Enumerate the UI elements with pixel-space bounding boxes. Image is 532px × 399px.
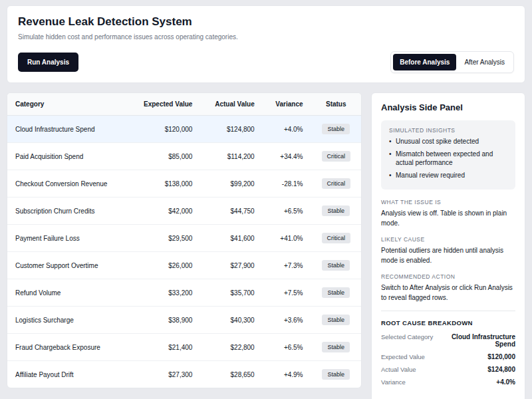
kv-label: Actual Value: [381, 366, 416, 373]
cell-variance: +7.5%: [263, 279, 311, 307]
column-header-expected: Expected Value: [128, 93, 201, 116]
table-row[interactable]: Logistics Surcharge $38,900 $40,300 +3.6…: [7, 307, 361, 334]
table-row[interactable]: Customer Support Overtime $26,000 $27,90…: [7, 252, 361, 279]
table-body: Cloud Infrastructure Spend $120,000 $124…: [7, 116, 361, 388]
analysis-toggle-group: Before Analysis After Analysis: [390, 51, 514, 73]
cell-expected: $42,000: [128, 198, 201, 225]
cell-category: Paid Acquisition Spend: [7, 143, 128, 170]
kv-label: Variance: [381, 378, 406, 386]
section-recommended-action: RECOMMENDED ACTION Switch to After Analy…: [381, 273, 515, 303]
cell-expected: $27,300: [128, 361, 201, 388]
insight-item: Unusual cost spike detected: [389, 137, 507, 146]
insight-item: Mismatch between expected and actual per…: [389, 150, 507, 168]
cell-category: Cloud Infrastructure Spend: [7, 116, 128, 143]
simulated-insights-box: SIMULATED INSIGHTS Unusual cost spike de…: [381, 120, 515, 190]
cell-expected: $85,000: [128, 143, 201, 170]
cell-actual: $35,700: [200, 279, 262, 307]
column-header-actual: Actual Value: [200, 93, 262, 116]
cell-category: Customer Support Overtime: [7, 252, 128, 279]
cell-category: Checkout Conversion Revenue: [7, 170, 128, 198]
table-card: Category Expected Value Actual Value Var…: [7, 92, 362, 388]
section-label: RECOMMENDED ACTION: [381, 273, 515, 280]
side-panel-title: Analysis Side Panel: [381, 102, 515, 112]
root-cause-row-actual-value: Actual Value $124,800: [381, 366, 515, 373]
section-text: Potential outliers are hidden until anal…: [381, 246, 515, 265]
column-header-category: Category: [7, 93, 128, 116]
cell-variance: +6.5%: [263, 334, 311, 361]
cell-expected: $33,200: [128, 279, 201, 307]
cell-expected: $38,900: [128, 307, 201, 334]
insights-label: SIMULATED INSIGHTS: [389, 127, 507, 134]
insights-list: Unusual cost spike detected Mismatch bet…: [389, 137, 507, 180]
section-what-the-issue-is: WHAT THE ISSUE IS Analysis view is off. …: [381, 199, 515, 228]
status-badge: Critical: [322, 233, 351, 243]
status-badge: Stable: [322, 287, 350, 298]
status-badge: Critical: [322, 151, 351, 162]
section-text: Switch to After Analysis or click Run An…: [381, 283, 515, 303]
cell-expected: $138,000: [128, 170, 201, 198]
table-row[interactable]: Subscription Churn Credits $42,000 $44,7…: [7, 198, 361, 225]
kv-value: +4.0%: [496, 378, 515, 386]
main-content: Category Expected Value Actual Value Var…: [7, 92, 525, 399]
cell-variance: +34.4%: [263, 143, 311, 170]
page-root: Revenue Leak Detection System Simulate h…: [0, 0, 532, 399]
table-row[interactable]: Refund Volume $33,200 $35,700 +7.5% Stab…: [7, 279, 361, 307]
header-actions: Run Analysis Before Analysis After Analy…: [18, 51, 514, 73]
cell-actual: $22,800: [200, 334, 262, 361]
kv-value: $120,000: [487, 353, 515, 360]
cell-variance: +4.9%: [263, 361, 311, 388]
toggle-after-analysis[interactable]: After Analysis: [458, 54, 511, 70]
status-badge: Stable: [322, 315, 350, 325]
table-row[interactable]: Affiliate Payout Drift $27,300 $28,650 +…: [7, 361, 361, 388]
table-row[interactable]: Cloud Infrastructure Spend $120,000 $124…: [7, 116, 361, 143]
kv-value: Cloud Infrastructure Spend: [438, 333, 515, 348]
cell-category: Logistics Surcharge: [7, 307, 128, 334]
kv-label: Expected Value: [381, 353, 425, 360]
section-likely-cause: LIKELY CAUSE Potential outliers are hidd…: [381, 236, 515, 265]
revenue-table: Category Expected Value Actual Value Var…: [7, 93, 361, 388]
cell-variance: +3.6%: [263, 307, 311, 334]
table-row[interactable]: Payment Failure Loss $29,500 $41,600 +41…: [7, 225, 361, 252]
cell-category: Fraud Chargeback Exposure: [7, 334, 128, 361]
kv-value: $124,800: [487, 366, 515, 373]
cell-expected: $29,500: [128, 225, 201, 252]
cell-actual: $41,600: [200, 225, 262, 252]
cell-category: Payment Failure Loss: [7, 225, 128, 252]
kv-label: Selected Category: [381, 333, 433, 340]
section-label: WHAT THE ISSUE IS: [381, 199, 515, 205]
page-title: Revenue Leak Detection System: [18, 15, 514, 29]
cell-variance: -28.1%: [263, 170, 311, 198]
table-row[interactable]: Fraud Chargeback Exposure $21,400 $22,80…: [7, 334, 361, 361]
table-row[interactable]: Paid Acquisition Spend $85,000 $114,200 …: [7, 143, 361, 170]
cell-actual: $114,200: [200, 143, 262, 170]
run-analysis-button[interactable]: Run Analysis: [18, 53, 78, 72]
cell-actual: $28,650: [200, 361, 262, 388]
status-badge: Stable: [322, 124, 350, 134]
cell-variance: +4.0%: [263, 116, 311, 143]
root-cause-title: ROOT CAUSE BREAKDOWN: [381, 319, 515, 327]
cell-category: Subscription Churn Credits: [7, 198, 128, 225]
root-cause-row-selected-category: Selected Category Cloud Infrastructure S…: [381, 333, 515, 348]
analysis-side-panel: Analysis Side Panel SIMULATED INSIGHTS U…: [371, 92, 525, 399]
cell-category: Refund Volume: [7, 279, 128, 307]
cell-expected: $21,400: [128, 334, 201, 361]
table-row[interactable]: Checkout Conversion Revenue $138,000 $99…: [7, 170, 361, 198]
cell-variance: +7.3%: [263, 252, 311, 279]
table-header: Category Expected Value Actual Value Var…: [7, 93, 361, 116]
cell-variance: +6.5%: [263, 198, 311, 225]
status-badge: Stable: [322, 260, 350, 271]
header-card: Revenue Leak Detection System Simulate h…: [7, 5, 525, 83]
toggle-before-analysis[interactable]: Before Analysis: [393, 54, 456, 70]
column-header-variance: Variance: [263, 93, 311, 116]
status-badge: Critical: [322, 178, 351, 189]
section-label: LIKELY CAUSE: [381, 236, 515, 243]
insight-item: Manual review required: [389, 171, 507, 180]
cell-expected: $26,000: [128, 252, 201, 279]
section-text: Analysis view is off. Table is shown in …: [381, 209, 515, 228]
cell-actual: $124,800: [200, 116, 262, 143]
page-subtitle: Simulate hidden cost and performance iss…: [18, 33, 514, 41]
root-cause-row-expected-value: Expected Value $120,000: [381, 353, 515, 360]
status-badge: Stable: [322, 205, 350, 216]
side-panel-divider: [381, 311, 515, 311]
cell-actual: $44,750: [200, 198, 262, 225]
